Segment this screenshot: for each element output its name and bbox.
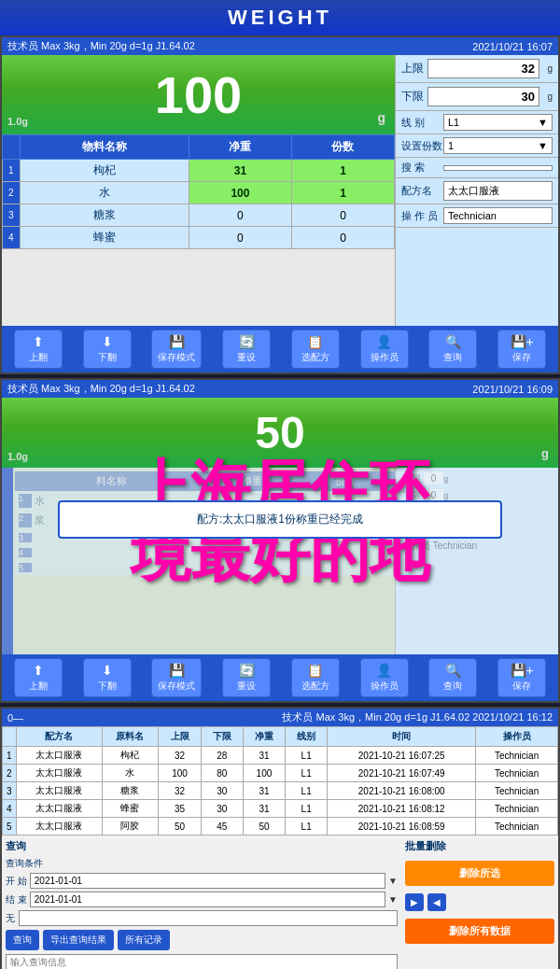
query-table-cell: 100	[159, 765, 201, 782]
query-table-cell: 35	[159, 800, 201, 818]
query-table-cell: 阿胶	[102, 818, 159, 836]
query-col-header: 操作员	[476, 727, 558, 747]
table-row-name: 糖浆	[20, 204, 189, 227]
info-label: 线 别	[401, 116, 443, 130]
query-table-cell: 31	[243, 747, 285, 765]
table-row-count: 1	[291, 160, 394, 182]
toolbar-icon: ⬆	[33, 663, 44, 678]
query-condition-row: 查询条件	[6, 857, 398, 870]
query-end-row: 结 束 ▼	[6, 892, 398, 907]
toolbar-button[interactable]: 💾保存模式	[151, 658, 202, 697]
toolbar-label: 重设	[237, 351, 256, 364]
query-condition-label: 查询条件	[6, 857, 43, 870]
toolbar-label: 上翻	[29, 680, 48, 693]
table-row-weight: 31	[189, 160, 291, 182]
toolbar-button[interactable]: 📋选配方	[291, 658, 340, 697]
col-weight: 净重	[189, 135, 291, 160]
toolbar-button[interactable]: 🔍查询	[428, 658, 477, 697]
query-start-label: 开 始	[6, 875, 27, 888]
upper-limit-value: 32	[427, 59, 539, 78]
query-left-panel: 查询 查询条件 开 始 ▼ 结 束 ▼ 无	[6, 839, 398, 969]
query-table-row: 4太太口服液蜂蜜353031L12021-10-21 16:08:12Techn…	[3, 800, 558, 818]
info-row: 线 别L1▼	[396, 111, 558, 134]
table-row-num: 1	[3, 160, 21, 182]
lower-limit-row: 下限 30 g	[396, 83, 558, 111]
query-table-cell: 28	[201, 747, 243, 765]
panel2-toolbar: ⬆上翻⬇下翻💾保存模式🔄重设📋选配方👤操作员🔍查询💾+保存	[2, 654, 558, 701]
export-button[interactable]: 导出查询结果	[43, 930, 114, 950]
toolbar-button[interactable]: ⬇下翻	[83, 330, 132, 369]
query-table-cell: 50	[243, 818, 285, 836]
query-table-cell: 31	[243, 800, 285, 818]
table-row-name: 蜂蜜	[20, 227, 189, 249]
toolbar-label: 下翻	[98, 680, 117, 693]
query-start-date[interactable]	[30, 873, 385, 889]
info-value[interactable]	[443, 165, 553, 171]
query-no-input[interactable]	[19, 910, 398, 926]
toolbar-icon: ⬆	[33, 334, 44, 349]
upper-limit-unit: g	[539, 63, 553, 74]
table-row-count: 0	[291, 227, 394, 249]
query-table-cell: 4	[3, 800, 17, 818]
delete-selected-button[interactable]: 删除所选	[405, 861, 554, 886]
panel2-scale-value: 50	[255, 407, 304, 458]
toolbar-label: 保存	[512, 351, 531, 364]
toolbar-button[interactable]: ⬆上翻	[14, 330, 63, 369]
toolbar-button[interactable]: 🔄重设	[222, 330, 271, 369]
info-value[interactable]: 1▼	[443, 137, 553, 154]
query-end-date[interactable]	[30, 892, 385, 907]
delete-all-button[interactable]: 删除所有数据	[405, 919, 554, 944]
toolbar-button[interactable]: ⬇下翻	[83, 658, 132, 697]
table-row-name: 枸杞	[20, 160, 189, 182]
toolbar-button[interactable]: 🔄重设	[222, 658, 271, 697]
query-section: 查询 查询条件 开 始 ▼ 结 束 ▼ 无	[2, 836, 558, 969]
col-count: 份数	[291, 135, 394, 160]
query-col-header: 时间	[328, 727, 476, 747]
batch-btn1[interactable]: ▶	[405, 893, 424, 911]
query-col-header: 线别	[286, 727, 328, 747]
info-label: 配方名	[401, 184, 443, 198]
query-info-input[interactable]	[6, 954, 398, 969]
info-value[interactable]: L1▼	[443, 114, 553, 131]
info-row: 搜 索	[396, 158, 558, 178]
table-row-count: 0	[291, 204, 394, 227]
query-table-cell: 太太口服液	[16, 782, 102, 800]
query-no-row: 无	[6, 910, 398, 926]
toolbar-icon: 📋	[307, 334, 323, 349]
info-value[interactable]: 太太口服液	[443, 181, 553, 201]
query-col-header: 原料名	[102, 727, 159, 747]
batch-btn2[interactable]: ◀	[427, 893, 446, 911]
table-row: 4蜂蜜00	[3, 227, 395, 249]
query-table-row: 3太太口服液糖浆323031L12021-10-21 16:08:00Techn…	[3, 782, 558, 800]
toolbar-button[interactable]: 💾+保存	[497, 330, 546, 369]
query-table-cell: Technician	[476, 747, 558, 765]
upper-limit-row: 上限 32 g	[396, 55, 558, 83]
toolbar-icon: 📋	[307, 663, 323, 678]
query-table-cell: L1	[286, 765, 328, 782]
toolbar-button[interactable]: 📋选配方	[291, 330, 340, 369]
query-col-header: 净重	[243, 727, 285, 747]
toolbar-button[interactable]: 👤操作员	[360, 330, 409, 369]
query-table-cell: 5	[3, 818, 17, 836]
toolbar-icon: 🔍	[445, 334, 461, 349]
query-table-cell: 糖浆	[102, 782, 159, 800]
query-end-label: 结 束	[6, 893, 27, 906]
query-table-cell: 3	[3, 782, 17, 800]
query-col-header: 配方名	[16, 727, 102, 747]
table-row: 2水1001	[3, 182, 395, 204]
query-button[interactable]: 查询	[6, 930, 39, 950]
toolbar-button[interactable]: ⬆上翻	[14, 658, 63, 697]
toolbar-icon: ⬇	[102, 334, 113, 349]
table-row: 3糖浆00	[3, 204, 395, 227]
toolbar-button[interactable]: 💾保存模式	[151, 330, 202, 369]
toolbar-icon: 🔍	[445, 663, 461, 678]
toolbar-button[interactable]: 👤操作员	[360, 658, 409, 697]
query-table-cell: 1	[3, 747, 17, 765]
all-records-button[interactable]: 所有记录	[118, 930, 170, 950]
table-row-num: 4	[3, 227, 21, 249]
info-value[interactable]: Technician	[443, 207, 553, 224]
panel2-table-area: 料名称 净重 份数 1水 2浆 3 4 5 上限 0g 下限 0g 线别 L1	[2, 468, 558, 654]
toolbar-button[interactable]: 🔍查询	[428, 330, 477, 369]
dialog-text: 配方:太太口服液1份称重已经完成	[197, 513, 363, 526]
toolbar-button[interactable]: 💾+保存	[497, 658, 546, 697]
